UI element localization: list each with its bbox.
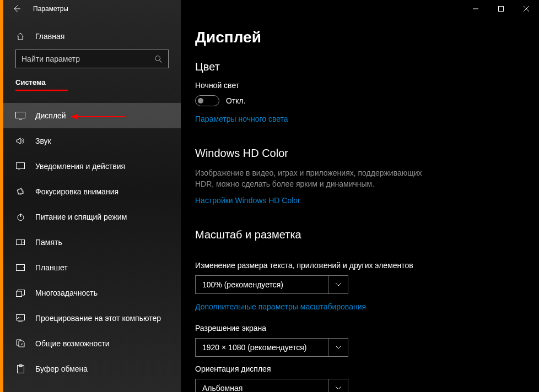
svg-rect-0 <box>499 7 504 12</box>
sidebar-item-label: Буфер обмена <box>35 364 88 373</box>
chevron-down-icon <box>328 379 348 392</box>
sidebar-section-header: Система <box>3 78 181 90</box>
titlebar: Параметры <box>3 0 539 18</box>
clipboard-icon <box>15 364 25 373</box>
sidebar-item-clipboard[interactable]: Буфер обмена <box>3 356 181 382</box>
svg-rect-3 <box>17 163 25 169</box>
scale-dropdown[interactable]: 100% (рекомендуется) <box>195 275 348 294</box>
svg-point-7 <box>23 242 24 243</box>
sidebar-item-label: Питание и спящий режим <box>35 213 127 221</box>
night-light-label: Ночной свет <box>195 81 539 90</box>
close-button[interactable] <box>514 0 539 18</box>
svg-rect-10 <box>17 291 22 297</box>
night-light-settings-link[interactable]: Параметры ночного света <box>195 115 288 123</box>
notifications-icon <box>15 162 25 170</box>
orientation-value: Альбомная <box>196 384 328 392</box>
sidebar-item-label: Проецирование на этот компьютер <box>35 314 161 323</box>
sidebar-item-label: Многозадачность <box>35 288 98 297</box>
sidebar-item-power[interactable]: Питание и спящий режим <box>3 204 181 230</box>
sidebar-item-shared[interactable]: Общие возможности <box>3 331 181 356</box>
content: Дисплей Цвет Ночной свет Откл. Параметры… <box>181 0 539 392</box>
chevron-down-icon <box>328 276 348 293</box>
storage-icon <box>15 239 25 245</box>
annotation-underline <box>15 90 68 91</box>
annotation-arrow <box>71 114 126 119</box>
orientation-label: Ориентация дисплея <box>195 364 539 373</box>
search-input-wrapper[interactable] <box>15 50 169 68</box>
group-heading-hdcolor: Windows HD Color <box>195 147 539 160</box>
chevron-down-icon <box>328 339 348 356</box>
scale-value: 100% (рекомендуется) <box>196 280 328 289</box>
svg-point-1 <box>155 56 160 61</box>
sidebar-item-label: Общие возможности <box>35 339 110 348</box>
maximize-button[interactable] <box>488 0 514 18</box>
resolution-dropdown[interactable]: 1920 × 1080 (рекомендуется) <box>195 338 348 357</box>
power-icon <box>15 213 25 221</box>
group-heading-scale: Масштаб и разметка <box>195 228 539 241</box>
focus-icon <box>15 187 25 196</box>
advanced-scaling-link[interactable]: Дополнительные параметры масштабирования <box>195 302 366 311</box>
sidebar-section-label: Система <box>15 78 46 86</box>
sidebar-item-label: Память <box>35 238 62 247</box>
resize-label: Изменение размера текста, приложений и д… <box>195 261 539 270</box>
sidebar-item-projecting[interactable]: Проецирование на этот компьютер <box>3 306 181 331</box>
sidebar-item-storage[interactable]: Память <box>3 230 181 255</box>
sidebar-item-label: Планшет <box>35 263 68 272</box>
sidebar: Главная Система Дисплей <box>3 0 181 392</box>
sidebar-item-tablet[interactable]: Планшет <box>3 255 181 280</box>
sidebar-item-focus[interactable]: Фокусировка внимания <box>3 179 181 204</box>
tablet-icon <box>15 264 25 271</box>
sidebar-item-notifications[interactable]: Уведомления и действия <box>3 154 181 179</box>
home-icon <box>15 32 25 41</box>
shared-icon <box>15 339 25 348</box>
sidebar-item-label: Фокусировка внимания <box>35 187 118 196</box>
sidebar-item-label: Уведомления и действия <box>35 162 125 171</box>
minimize-button[interactable] <box>463 0 488 18</box>
group-heading-color: Цвет <box>195 61 539 73</box>
search-icon <box>154 55 163 63</box>
page-title: Дисплей <box>195 29 539 46</box>
resolution-value: 1920 × 1080 (рекомендуется) <box>196 343 328 352</box>
night-light-toggle[interactable] <box>195 95 219 106</box>
search-input[interactable] <box>21 55 148 63</box>
display-icon <box>15 112 25 119</box>
projecting-icon <box>15 314 25 322</box>
svg-rect-2 <box>16 112 25 118</box>
resolution-label: Разрешение экрана <box>195 324 539 333</box>
sidebar-item-multitask[interactable]: Многозадачность <box>3 280 181 306</box>
sidebar-item-display[interactable]: Дисплей <box>3 103 181 128</box>
night-light-state: Откл. <box>226 96 246 105</box>
back-button[interactable] <box>11 3 22 14</box>
svg-point-9 <box>23 267 24 268</box>
orientation-dropdown[interactable]: Альбомная <box>195 379 348 392</box>
hdcolor-link[interactable]: Настройки Windows HD Color <box>195 196 300 205</box>
multitask-icon <box>15 290 25 297</box>
sidebar-nav: Дисплей Звук Уведомления и действия <box>3 103 181 382</box>
sidebar-item-label: Звук <box>35 137 51 145</box>
sidebar-home[interactable]: Главная <box>3 26 181 48</box>
sound-icon <box>15 137 25 145</box>
sidebar-home-label: Главная <box>35 32 64 41</box>
sidebar-item-sound[interactable]: Звук <box>3 128 181 154</box>
sidebar-item-label: Дисплей <box>35 111 66 120</box>
hdcolor-desc: Изображение в видео, играх и приложениях… <box>195 167 432 190</box>
window-title: Параметры <box>33 5 68 13</box>
